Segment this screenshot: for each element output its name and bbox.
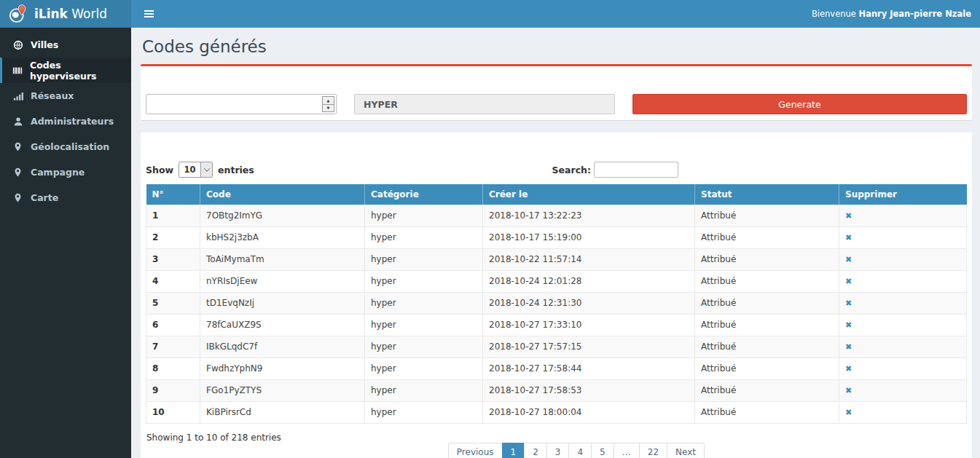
pagination-page-3[interactable]: 3 <box>546 443 570 458</box>
status-value: Attribué <box>695 379 839 401</box>
quantity-input[interactable] <box>146 95 336 114</box>
delete-cell: ✖ <box>839 292 967 314</box>
row-number: 6 <box>146 314 200 336</box>
map-marker-icon <box>12 141 23 152</box>
sidebar-toggle-icon[interactable] <box>141 7 157 20</box>
sidebar-item-villes[interactable]: Villes <box>0 32 131 58</box>
delete-icon[interactable]: ✖ <box>845 364 852 374</box>
search-label: Search: <box>552 165 591 175</box>
entries-label: entries <box>218 165 254 175</box>
column-header-creer-le[interactable]: Créer le <box>483 184 695 205</box>
page-length-value: 10 <box>179 162 200 177</box>
pagination: Previous12345…22Next <box>448 443 705 458</box>
code-value: tD1EvqNzIj <box>200 292 365 314</box>
row-number: 2 <box>146 226 200 248</box>
brand-name: iLink World <box>34 7 107 21</box>
column-header-categorie[interactable]: Catégorie <box>365 184 483 205</box>
category-input <box>354 94 615 114</box>
delete-cell: ✖ <box>839 401 967 423</box>
sidebar-item-label: Réseaux <box>31 90 74 101</box>
table-row: 4nYRIsDjEewhyper2018-10-24 12:01:28Attri… <box>146 270 967 292</box>
created-date: 2018-10-17 13:22:23 <box>483 205 695 226</box>
delete-icon[interactable]: ✖ <box>845 211 852 221</box>
category-value: hyper <box>365 226 483 248</box>
main-content: Codes générés ▲ ▼ Generate Show <box>131 28 980 458</box>
spinner-up-icon[interactable]: ▲ <box>323 97 334 105</box>
spinner-down-icon[interactable]: ▼ <box>323 105 334 112</box>
pagination-page-5[interactable]: 5 <box>591 443 614 458</box>
created-date: 2018-10-24 12:31:30 <box>483 292 695 314</box>
delete-cell: ✖ <box>839 358 967 379</box>
row-number: 5 <box>146 292 200 314</box>
delete-icon[interactable]: ✖ <box>845 299 852 308</box>
pagination-page-4[interactable]: 4 <box>568 443 592 458</box>
delete-icon[interactable]: ✖ <box>845 320 852 330</box>
code-value: FwdhzYphN9 <box>200 358 365 379</box>
sidebar-item-label: Codes hyperviseurs <box>30 60 121 82</box>
delete-cell: ✖ <box>839 248 967 270</box>
codes-table-body: 17OBtg2ImYGhyper2018-10-17 13:22:23Attri… <box>146 205 967 423</box>
sidebar-item-administrateurs[interactable]: Administrateurs <box>0 108 131 134</box>
delete-cell: ✖ <box>839 314 967 336</box>
delete-icon[interactable]: ✖ <box>845 233 852 242</box>
created-date: 2018-10-27 17:58:44 <box>483 358 695 379</box>
show-label: Show <box>146 165 173 175</box>
category-value: hyper <box>365 336 483 358</box>
sidebar-item-label: Campagne <box>31 167 85 178</box>
category-value: hyper <box>365 248 483 270</box>
user-icon <box>12 116 23 127</box>
entries-info: Showing 1 to 10 of 218 entries <box>146 433 281 443</box>
chevron-down-icon <box>200 162 212 177</box>
sidebar-item-label: Carte <box>31 192 58 203</box>
pagination-page-2[interactable]: 2 <box>524 443 547 458</box>
sidebar-item-label: Géolocalisation <box>31 141 109 152</box>
column-header-code[interactable]: Code <box>200 184 365 205</box>
delete-icon[interactable]: ✖ <box>845 255 852 264</box>
status-value: Attribué <box>695 336 839 358</box>
sidebar-item-carte[interactable]: Carte <box>0 185 131 210</box>
sidebar-item-codes-hyperviseurs[interactable]: Codes hyperviseurs <box>0 58 131 83</box>
category-value: hyper <box>365 401 483 423</box>
page-title: Codes générés <box>141 28 972 64</box>
code-value: KiBPirsrCd <box>200 401 365 423</box>
sidebar-item-campagne[interactable]: Campagne <box>0 159 131 185</box>
table-row: 5tD1EvqNzIjhyper2018-10-24 12:31:30Attri… <box>146 292 967 314</box>
column-header-n-[interactable]: N° <box>146 184 200 205</box>
sidebar-item-reseaux[interactable]: Réseaux <box>0 83 131 108</box>
delete-icon[interactable]: ✖ <box>845 386 852 395</box>
pagination-page-1[interactable]: 1 <box>502 443 525 458</box>
column-header-supprimer[interactable]: Supprimer <box>839 184 967 205</box>
pagination-page-22[interactable]: 22 <box>639 443 667 458</box>
generate-button[interactable]: Generate <box>632 94 967 114</box>
row-number: 3 <box>146 248 200 270</box>
brand-logo[interactable]: $ iLink World <box>0 0 131 28</box>
table-controls: Show 10 entries Search: <box>146 162 967 179</box>
column-header-statut[interactable]: Statut <box>695 184 839 205</box>
number-spinner[interactable]: ▲ ▼ <box>322 96 334 112</box>
delete-icon[interactable]: ✖ <box>845 277 852 286</box>
page-length-select[interactable]: 10 <box>179 162 213 178</box>
table-footer: Showing 1 to 10 of 218 entries Previous1… <box>146 424 967 458</box>
row-number: 1 <box>146 205 200 226</box>
created-date: 2018-10-17 15:19:00 <box>483 226 695 248</box>
map-marker-icon <box>12 167 23 178</box>
created-date: 2018-10-27 17:58:53 <box>483 379 695 401</box>
delete-icon[interactable]: ✖ <box>845 408 852 417</box>
code-value: IBkGLqdC7f <box>200 336 365 358</box>
status-value: Attribué <box>695 358 839 379</box>
row-number: 7 <box>146 336 200 358</box>
created-date: 2018-10-27 18:00:04 <box>483 401 695 423</box>
navbar: Bienvenue Hanry Jean-pierre Nzale <box>131 0 980 28</box>
sidebar-item-geolocalisation[interactable]: Géolocalisation <box>0 134 131 159</box>
table-row: 3ToAiMymaTmhyper2018-10-22 11:57:14Attri… <box>146 248 967 270</box>
row-number: 4 <box>146 270 200 292</box>
code-value: FGo1PyZTYS <box>200 379 365 401</box>
delete-icon[interactable]: ✖ <box>845 342 852 352</box>
code-value: kbHS2j3zbA <box>200 226 365 248</box>
search-input[interactable] <box>594 162 678 178</box>
pagination-previous[interactable]: Previous <box>448 443 503 458</box>
pagination-next[interactable]: Next <box>667 443 705 458</box>
status-value: Attribué <box>695 314 839 336</box>
created-date: 2018-10-27 17:57:15 <box>483 336 695 358</box>
delete-cell: ✖ <box>839 226 967 248</box>
